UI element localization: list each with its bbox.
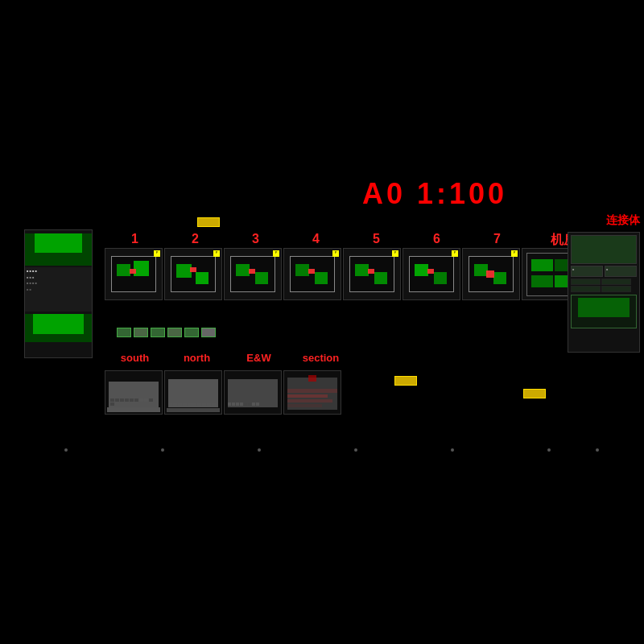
icon-box-2 [134, 328, 148, 337]
icon-box-6 [201, 328, 216, 337]
floor-num-6: 6 [407, 232, 467, 249]
floor-num-5: 5 [346, 232, 407, 249]
right-legend-panel: ■ ■ [568, 232, 640, 353]
left-panel-text: ■ ■ ■ ■ ■ ■ ■ ■ ■ ■ ■ ■ ■ [25, 267, 92, 293]
elev-label-section: section [291, 352, 351, 364]
floorplan-thumb-4[interactable]: P [283, 248, 341, 300]
floor-num-7: 7 [467, 232, 527, 249]
dot-marker-7 [596, 448, 599, 452]
yellow-marker-1 [197, 217, 220, 227]
yellow-marker-2 [394, 376, 417, 386]
elev-label-ew: E&W [229, 352, 289, 364]
elev-label-south: south [105, 352, 165, 364]
elev-thumb-south[interactable] [105, 370, 163, 415]
floor-num-2: 2 [165, 232, 225, 249]
elev-thumb-ew[interactable] [224, 370, 282, 415]
floorplan-thumb-2[interactable]: P [164, 248, 222, 300]
dot-marker-6 [547, 448, 551, 452]
icon-box-4 [167, 328, 182, 337]
left-panel-green-bot [25, 314, 92, 342]
elev-label-north: north [167, 352, 227, 364]
dot-marker-3 [258, 448, 261, 452]
icon-box-5 [184, 328, 199, 337]
yellow-marker-3 [523, 389, 546, 398]
icon-row [117, 328, 216, 337]
floor-num-3: 3 [225, 232, 286, 249]
dot-marker-1 [64, 448, 68, 452]
elevation-strip [105, 370, 341, 415]
left-sidebar-panel: ■ ■ ■ ■ ■ ■ ■ ■ ■ ■ ■ ■ ■ [24, 229, 93, 358]
floorplan-thumb-3[interactable]: P [224, 248, 282, 300]
floor-numbers-row: 1 2 3 4 5 6 7 机房 [105, 232, 600, 249]
floorplan-thumb-7[interactable]: P [462, 248, 520, 300]
floorplan-thumb-1[interactable]: P [105, 248, 163, 300]
dot-marker-2 [161, 448, 164, 452]
dot-marker-4 [354, 448, 357, 452]
left-panel-green-top [25, 233, 92, 266]
floor-plan-strip: P P P P P [105, 248, 596, 300]
elevation-labels-row: south north E&W section [105, 352, 351, 364]
left-panel-mid: ■ ■ ■ ■ ■ ■ ■ ■ ■ ■ ■ ■ ■ [25, 267, 92, 312]
corner-label: 连接体 [606, 213, 640, 228]
icon-box-3 [151, 328, 165, 337]
scale-title: A0 1:100 [362, 177, 507, 211]
dot-marker-5 [451, 448, 454, 452]
floorplan-thumb-5[interactable]: P [343, 248, 401, 300]
floor-num-1: 1 [105, 232, 165, 249]
floorplan-thumb-6[interactable]: P [402, 248, 460, 300]
elev-thumb-section[interactable] [283, 370, 341, 415]
elev-thumb-north[interactable] [164, 370, 222, 415]
icon-box-1 [117, 328, 131, 337]
floor-num-4: 4 [286, 232, 346, 249]
